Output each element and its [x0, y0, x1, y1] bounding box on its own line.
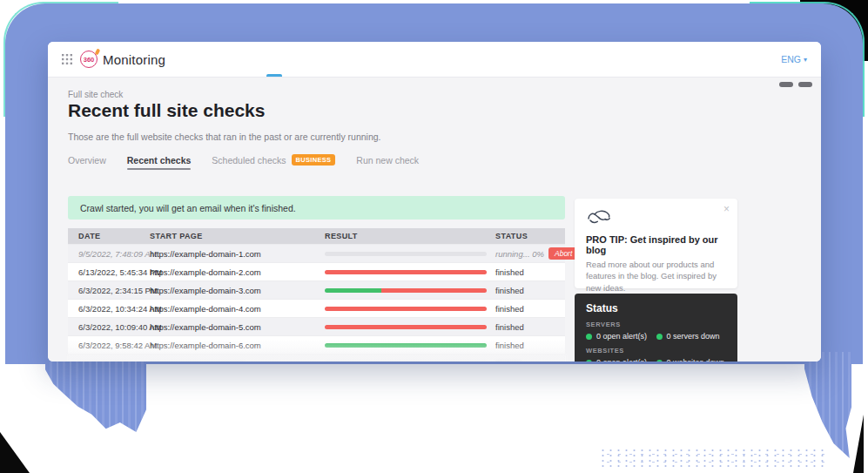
tab[interactable]: Recent checks [127, 155, 192, 170]
paint-streak-left [45, 352, 146, 432]
websites-open-alerts: 0 open alert(s) [586, 358, 656, 362]
black-mark-bottom-left [0, 432, 30, 473]
check-date: 6/3/2022, 10:34:24 AM [78, 304, 150, 314]
tab[interactable]: Overview [68, 155, 106, 170]
quota-badges [779, 82, 812, 87]
table-row[interactable]: 6/3/2022, 9:58:42 AM https://example-dom… [68, 335, 565, 354]
status-panel-title: Status [586, 302, 726, 314]
tab-label: Run new check [356, 155, 419, 166]
progress-bar [325, 343, 487, 348]
check-start-page: https://example-domain-1.com [150, 249, 325, 259]
app-window: 360 Monitoring ENG ▾ Full site check Rec… [48, 42, 821, 362]
col-result: RESULT [325, 232, 495, 240]
status-ok-dot [586, 334, 592, 340]
check-date: 9/5/2022, 7:48:09 AM [78, 249, 150, 259]
status-text: finished [495, 304, 524, 314]
check-result [325, 270, 495, 274]
status-ok-dot [656, 360, 663, 362]
brand-name: Monitoring [103, 52, 165, 67]
business-badge: BUSINESS [292, 154, 336, 166]
handshake-icon [586, 214, 614, 229]
progress-bar [325, 307, 487, 311]
tab-label: Recent checks [127, 155, 192, 166]
main-nav [195, 42, 353, 77]
tab-label: Overview [68, 155, 106, 166]
notification-banner: Crawl started, you will get an email whe… [68, 196, 565, 220]
logo-360-icon: 360 [80, 51, 98, 68]
check-start-page: https://example-domain-5.com [150, 322, 325, 332]
status-text: running... 0% [495, 249, 544, 259]
check-result [325, 252, 495, 256]
pro-tip-card: × PRO TIP: Get inspired by our blog Read… [575, 199, 737, 288]
language-selector[interactable]: ENG ▾ [781, 42, 807, 77]
check-start-page: https://example-domain-4.com [150, 304, 325, 314]
servers-section-label: SERVERS [586, 321, 726, 328]
status-text: finished [495, 341, 524, 350]
tab-label: Scheduled checks [212, 155, 286, 166]
check-date: 6/13/2022, 5:45:34 PM [78, 267, 150, 277]
nav-item[interactable] [331, 42, 353, 77]
table-body: 9/5/2022, 7:48:09 AM https://example-dom… [68, 244, 565, 354]
check-date: 6/3/2022, 2:34:15 PM [78, 286, 150, 295]
websites-open-alerts-label: 0 open alert(s) [596, 358, 647, 362]
check-status: finished [495, 341, 555, 350]
servers-open-alerts-label: 0 open alert(s) [596, 332, 647, 341]
status-ok-dot [656, 334, 663, 340]
table-row[interactable]: 6/3/2022, 10:09:40 AM https://example-do… [68, 317, 565, 335]
tab-bar: Overview Recent checks Scheduled checks … [68, 154, 419, 170]
marketing-canvas: 360 Monitoring ENG ▾ Full site check Rec… [0, 0, 868, 473]
status-ok-dot [586, 360, 592, 362]
page-description: Those are the full website checks that r… [68, 132, 381, 142]
check-date: 6/3/2022, 9:58:42 AM [78, 341, 150, 350]
black-mark-bottom-right [853, 415, 864, 473]
nav-item[interactable] [308, 42, 331, 77]
progress-bar [325, 252, 487, 256]
table-header: DATE START PAGE RESULT STATUS [68, 228, 565, 244]
logo[interactable]: 360 Monitoring [80, 51, 165, 68]
progress-bar [325, 325, 487, 329]
check-status: finished [495, 286, 555, 295]
check-start-page: https://example-domain-6.com [150, 341, 325, 350]
language-label: ENG [781, 54, 801, 64]
check-start-page: https://example-domain-3.com [150, 286, 325, 295]
table-row[interactable]: 6/3/2022, 10:34:24 AM https://example-do… [68, 299, 565, 317]
notification-message: Crawl started, you will get an email whe… [80, 203, 296, 213]
app-grid-icon[interactable] [62, 54, 72, 64]
table-row-faded [68, 354, 565, 362]
nav-item[interactable] [286, 42, 308, 77]
websites-section-label: WEBSITES [586, 347, 726, 355]
servers-open-alerts: 0 open alert(s) [586, 332, 656, 341]
nav-item[interactable] [195, 42, 218, 77]
websites-status-row: 0 open alert(s) 0 websites down [586, 358, 726, 362]
websites-down-label: 0 websites down [667, 358, 725, 362]
check-status: finished [495, 322, 555, 332]
nav-item[interactable] [263, 42, 286, 77]
table-row[interactable]: 6/13/2022, 5:45:34 PM https://example-do… [68, 262, 565, 280]
status-text: finished [495, 322, 524, 332]
col-start-page: START PAGE [150, 232, 325, 240]
col-date: DATE [78, 232, 150, 240]
paint-streak-right [804, 352, 851, 458]
quota-badge[interactable] [798, 82, 812, 87]
check-result [325, 307, 495, 311]
quota-badge[interactable] [779, 82, 793, 87]
servers-down: 0 servers down [656, 332, 727, 341]
table-row[interactable]: 6/3/2022, 2:34:15 PM https://example-dom… [68, 280, 565, 299]
status-text: finished [495, 286, 524, 295]
tab[interactable]: Scheduled checks BUSINESS [212, 154, 335, 170]
close-icon[interactable]: × [723, 203, 730, 215]
tab[interactable]: Run new check [356, 155, 419, 170]
check-start-page: https://example-domain-2.com [150, 267, 325, 277]
nav-item[interactable] [240, 42, 263, 77]
pro-tip-title: PRO TIP: Get inspired by our blog [586, 234, 726, 255]
check-status: finished [495, 267, 555, 277]
breadcrumb: Full site check [68, 90, 123, 99]
check-status: running... 0% Abort [495, 247, 578, 260]
progress-bar [325, 270, 487, 274]
check-status: finished [495, 304, 555, 314]
servers-status-row: 0 open alert(s) 0 servers down [586, 332, 726, 341]
nav-item[interactable] [218, 42, 240, 77]
page-title: Recent full site checks [68, 100, 265, 121]
table-row[interactable]: 9/5/2022, 7:48:09 AM https://example-dom… [68, 244, 565, 262]
top-navbar: 360 Monitoring ENG ▾ [48, 42, 821, 78]
